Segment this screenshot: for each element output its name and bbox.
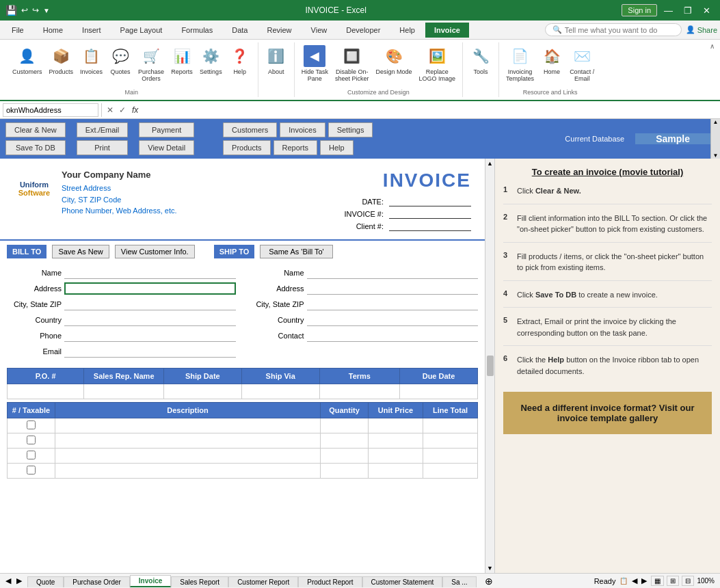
tab-insert[interactable]: Insert — [73, 23, 110, 38]
items-cell-desc-2[interactable] — [55, 433, 321, 449]
items-cell-price-3[interactable] — [369, 449, 423, 464]
items-checkbox-3[interactable] — [27, 451, 36, 459]
vertical-scroll-up-button[interactable]: ▲ — [487, 160, 493, 167]
sheet-tab-invoice[interactable]: Invoice — [130, 575, 171, 587]
formula-input[interactable] — [142, 106, 717, 114]
save-to-db-button[interactable]: Save To DB — [5, 140, 66, 155]
items-checkbox-1[interactable] — [27, 420, 36, 429]
add-sheet-button[interactable]: ⊕ — [485, 576, 493, 587]
ribbon-settings-button[interactable]: ⚙️ Settings — [197, 44, 225, 77]
po-cell-ship-via[interactable] — [241, 384, 319, 399]
share-button[interactable]: 👤 Share — [686, 25, 717, 34]
minimize-button[interactable]: — — [660, 4, 677, 17]
print-button[interactable]: Print — [77, 140, 129, 155]
ribbon-invoicing-templates-button[interactable]: 📄 Invoicing Templates — [503, 44, 537, 83]
po-cell-sales-rep[interactable] — [84, 384, 164, 399]
tab-formulas[interactable]: Formulas — [172, 23, 222, 38]
po-input-terms[interactable] — [322, 386, 397, 397]
bill-city-input[interactable] — [64, 298, 236, 310]
po-input-sales-rep[interactable] — [86, 386, 161, 397]
undo-icon[interactable]: ↩ — [21, 5, 28, 15]
ribbon-hide-task-pane-button[interactable]: ◀ Hide Task Pane — [299, 44, 331, 83]
restore-button[interactable]: ❐ — [680, 4, 696, 17]
po-cell-terms[interactable] — [319, 384, 399, 399]
formula-cancel-button[interactable]: ✕ — [105, 105, 116, 115]
scroll-down-button[interactable]: ▼ — [713, 152, 719, 159]
po-cell-ship-date[interactable] — [163, 384, 241, 399]
items-checkbox-2[interactable] — [27, 436, 36, 444]
nav-products-button[interactable]: Products — [223, 140, 270, 155]
po-cell-po[interactable] — [8, 384, 84, 399]
ship-name-input[interactable] — [307, 267, 479, 279]
bill-country-input[interactable] — [64, 314, 236, 326]
save-icon[interactable]: 💾 — [5, 5, 17, 16]
same-as-bill-to-button[interactable]: Same As 'Bill To' — [260, 245, 332, 258]
items-input-desc-1[interactable] — [57, 420, 318, 431]
ribbon-replace-logo-button[interactable]: 🖼️ Replace LOGO Image — [416, 44, 459, 83]
items-cell-qty-3[interactable] — [321, 449, 369, 464]
po-cell-due-date[interactable] — [400, 384, 478, 399]
sheet-tab-purchase-order[interactable]: Purchase Order — [64, 576, 130, 587]
page-break-view-button[interactable]: ⊟ — [682, 576, 694, 586]
ship-city-input[interactable] — [307, 298, 479, 310]
tab-review[interactable]: Review — [258, 23, 300, 38]
close-button[interactable]: ✕ — [699, 4, 715, 17]
ribbon-collapse-btn[interactable]: ∧ — [710, 42, 715, 50]
sheet-tab-sales-report[interactable]: Sales Report — [171, 576, 228, 587]
po-input-ship-date[interactable] — [166, 386, 239, 397]
po-input-po[interactable] — [10, 386, 81, 397]
nav-next-sheet[interactable]: ▶ — [16, 576, 22, 585]
ribbon-quotes-button[interactable]: 💬 Quotes — [107, 44, 134, 77]
normal-view-button[interactable]: ▦ — [651, 576, 664, 586]
tab-data[interactable]: Data — [223, 23, 256, 38]
ribbon-search-input[interactable] — [565, 26, 674, 34]
items-cell-desc-3[interactable] — [55, 449, 321, 464]
page-layout-view-button[interactable]: ⊞ — [667, 576, 679, 586]
sheet-tab-quote[interactable]: Quote — [27, 576, 64, 587]
ship-country-input[interactable] — [307, 314, 479, 326]
vertical-scroll-down-button[interactable]: ▼ — [487, 565, 493, 572]
bill-phone-input[interactable] — [64, 330, 236, 342]
items-checkbox-4[interactable] — [27, 466, 36, 475]
ribbon-tools-button[interactable]: 🔧 Tools — [467, 44, 494, 77]
nav-customers-button[interactable]: Customers — [223, 122, 277, 137]
ribbon-home-button[interactable]: 🏠 Home — [538, 44, 565, 77]
items-cell-desc-4[interactable] — [55, 464, 321, 479]
bill-name-input[interactable] — [64, 267, 236, 279]
items-cell-qty-1[interactable] — [321, 418, 369, 433]
nav-help-button[interactable]: Help — [320, 140, 354, 155]
ribbon-disable-on-sheet-picker-button[interactable]: 🔲 Disable On- sheet Picker — [332, 44, 372, 83]
items-cell-price-2[interactable] — [369, 433, 423, 449]
nav-reports-button[interactable]: Reports — [274, 140, 318, 155]
formula-confirm-button[interactable]: ✓ — [117, 105, 128, 115]
sheet-tab-product-report[interactable]: Product Report — [298, 576, 362, 587]
tab-view[interactable]: View — [302, 23, 336, 38]
scroll-next-button[interactable]: ▶ — [641, 576, 647, 585]
payment-button[interactable]: Payment — [139, 122, 194, 137]
redo-icon[interactable]: ↪ — [32, 5, 39, 15]
tab-developer[interactable]: Developer — [337, 23, 389, 38]
name-box[interactable] — [3, 103, 98, 117]
tab-invoice[interactable]: Invoice — [425, 23, 469, 38]
ext-email-button[interactable]: Ext./Email — [77, 122, 129, 137]
scroll-prev-button[interactable]: ◀ — [632, 576, 637, 585]
ribbon-reports-button[interactable]: 📊 Reports — [168, 44, 196, 77]
tab-file[interactable]: File — [3, 23, 33, 38]
save-as-new-button[interactable]: Save As New — [52, 245, 109, 258]
po-input-ship-via[interactable] — [244, 386, 317, 397]
items-cell-qty-4[interactable] — [321, 464, 369, 479]
view-detail-button[interactable]: View Detail — [139, 140, 194, 155]
sign-in-button[interactable]: Sign in — [622, 4, 657, 16]
tab-help[interactable]: Help — [390, 23, 424, 38]
ribbon-products-button[interactable]: 📦 Products — [46, 44, 77, 77]
nav-settings-button[interactable]: Settings — [328, 122, 373, 137]
tab-home[interactable]: Home — [34, 23, 72, 38]
bill-address-input[interactable] — [64, 282, 236, 295]
items-cell-desc-1[interactable] — [55, 418, 321, 433]
ribbon-about-button[interactable]: ℹ️ About — [263, 44, 290, 77]
items-cell-price-1[interactable] — [369, 418, 423, 433]
tab-page-layout[interactable]: Page Layout — [111, 23, 172, 38]
items-cell-qty-2[interactable] — [321, 433, 369, 449]
sheet-tab-customer-statement[interactable]: Customer Statement — [362, 576, 443, 587]
sheet-tab-more[interactable]: Sa ... — [442, 576, 476, 587]
